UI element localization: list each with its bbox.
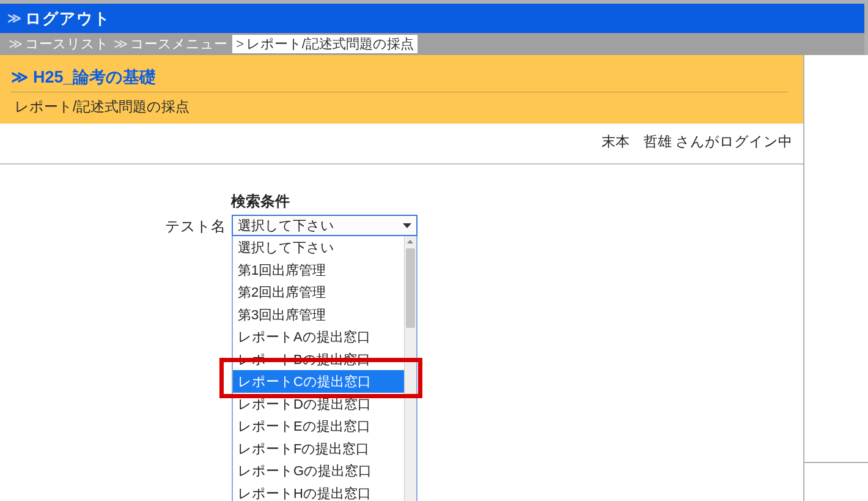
content: ≫ H25_論考の基礎 レポート/記述式問題の採点 末本 哲雄 さんがログイン中… (0, 55, 803, 501)
select-selected-value: 選択して下さい (238, 217, 334, 235)
breadcrumb-item-course-list[interactable]: ≫ コースリスト (9, 35, 109, 53)
dbl-angle-icon: ≫ (9, 36, 23, 52)
angle-right-icon: > (236, 36, 244, 52)
breadcrumb-label: コースリスト (25, 35, 109, 53)
breadcrumb-item-course-menu[interactable]: ≫ コースメニュー (114, 35, 227, 53)
dbl-angle-icon: ≫ (114, 36, 128, 52)
select-option[interactable]: 第2回出席管理 (233, 281, 404, 303)
course-title-row: ≫ H25_論考の基礎 (11, 66, 789, 92)
select-dropdown: 選択して下さい 第1回出席管理 第2回出席管理 第3回出席管理 レポートAの提出… (232, 236, 417, 501)
topbar: ≫ ログアウト (0, 4, 868, 33)
course-title: H25_論考の基礎 (33, 66, 156, 88)
logout-link[interactable]: ログアウト (25, 8, 111, 29)
select-display[interactable]: 選択して下さい (232, 215, 417, 236)
select-option[interactable]: 第1回出席管理 (233, 259, 404, 281)
select-option[interactable]: レポートGの提出窓口 (233, 459, 404, 482)
dropdown-scrollbar[interactable] (404, 236, 416, 501)
testname-select[interactable]: 選択して下さい 選択して下さい 第1回出席管理 第2回出席管理 第3回出席管理 … (232, 215, 417, 236)
select-option[interactable]: レポートAの提出窓口 (233, 325, 404, 348)
breadcrumb-label: コースメニュー (130, 35, 227, 53)
search-row: テスト名 選択して下さい 選択して下さい 第1回出席管理 第2回出席管理 第3回… (165, 215, 803, 236)
dbl-angle-icon: ≫ (11, 67, 28, 87)
scroll-thumb[interactable] (406, 248, 415, 328)
login-status: 末本 哲雄 さんがログイン中 (0, 124, 803, 165)
dropdown-options: 選択して下さい 第1回出席管理 第2回出席管理 第3回出席管理 レポートAの提出… (233, 236, 404, 501)
right-rail (803, 55, 868, 501)
select-option[interactable]: レポートFの提出窓口 (233, 437, 404, 460)
select-option[interactable]: 選択して下さい (233, 236, 404, 259)
course-header: ≫ H25_論考の基礎 レポート/記述式問題の採点 (0, 55, 803, 124)
select-option[interactable]: レポートEの提出窓口 (233, 415, 404, 437)
breadcrumb: ≫ コースリスト ≫ コースメニュー > レポート/記述式問題の採点 (0, 33, 868, 55)
search-area: 検索条件 テスト名 選択して下さい 選択して下さい 第1回出席管理 第2回出席管… (0, 165, 803, 236)
select-option[interactable]: レポートDの提出窓口 (233, 393, 404, 415)
select-option[interactable]: レポートBの提出窓口 (233, 348, 404, 371)
chevron-down-icon (403, 223, 411, 228)
search-heading: 検索条件 (231, 191, 803, 211)
dbl-angle-icon: ≫ (7, 10, 21, 26)
select-option[interactable]: 第3回出席管理 (233, 303, 404, 326)
select-option[interactable]: レポートHの提出窓口 (233, 482, 404, 502)
breadcrumb-label: レポート/記述式問題の採点 (246, 35, 414, 53)
breadcrumb-item-grading: > レポート/記述式問題の採点 (232, 35, 417, 53)
scroll-up-icon (407, 240, 413, 243)
search-label-testname: テスト名 (165, 215, 226, 236)
select-option[interactable]: レポートCの提出窓口 (233, 370, 404, 393)
main-area: ≫ H25_論考の基礎 レポート/記述式問題の採点 末本 哲雄 さんがログイン中… (0, 55, 868, 501)
course-subtitle: レポート/記述式問題の採点 (11, 92, 789, 117)
